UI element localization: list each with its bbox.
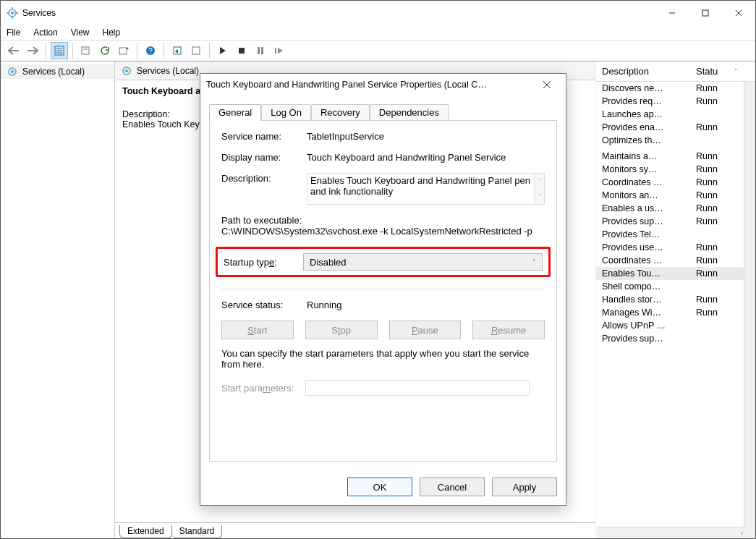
chevron-down-icon: ˅ xyxy=(532,258,536,266)
close-button[interactable] xyxy=(722,2,755,24)
properties-button-1[interactable] xyxy=(77,42,95,59)
maximize-button[interactable] xyxy=(689,2,722,24)
cell-status: Runn xyxy=(696,83,736,93)
left-tree: Services (Local) xyxy=(1,61,115,538)
center-tabs: Extended Standard xyxy=(115,522,595,538)
dialog-title: Touch Keyboard and Handwriting Panel Ser… xyxy=(206,80,534,90)
display-name-label: Display name: xyxy=(221,152,307,163)
list-item[interactable]: Handles stor…Runn xyxy=(596,293,755,306)
cell-status xyxy=(696,334,736,344)
list-item[interactable]: Enables Tou…Runn xyxy=(596,267,755,280)
tree-item-services-local[interactable]: Services (Local) xyxy=(1,64,114,79)
nav-forward-button[interactable] xyxy=(24,42,41,59)
path-label: Path to executable: xyxy=(221,215,545,226)
startup-type-select[interactable]: Disabled ˅ xyxy=(303,253,543,271)
cell-description: Enables a us… xyxy=(602,203,696,213)
list-item[interactable]: Monitors sy…Runn xyxy=(596,163,755,176)
horizontal-scrollbar[interactable]: › xyxy=(597,527,744,538)
list-item[interactable]: Provides sup… xyxy=(596,332,755,345)
list-item[interactable]: Provides use…Runn xyxy=(596,241,755,254)
list-item[interactable]: Shell compo… xyxy=(596,280,755,293)
list-item[interactable]: Provides req…Runn xyxy=(596,95,755,108)
cell-status xyxy=(696,229,736,239)
tab-recovery[interactable]: Recovery xyxy=(311,104,370,121)
list-item[interactable]: Provides sup…Runn xyxy=(596,215,755,228)
list-item[interactable]: Provides ena…Runn xyxy=(596,121,755,134)
cell-status xyxy=(696,109,736,119)
list-item[interactable]: Coordinates …Runn xyxy=(596,254,755,267)
list-item[interactable]: Discovers ne…Runn xyxy=(596,82,755,95)
menu-action[interactable]: Action xyxy=(33,27,57,38)
right-list-rows: Discovers ne…RunnProvides req…RunnLaunch… xyxy=(596,82,755,538)
export-button[interactable] xyxy=(115,42,132,59)
dialog-close-button[interactable] xyxy=(534,75,560,95)
menu-view[interactable]: View xyxy=(71,27,90,38)
scroll-up-icon[interactable]: ˄ xyxy=(730,61,742,81)
right-list-header: Description Statu ˄ xyxy=(596,61,755,82)
cancel-button[interactable]: Cancel xyxy=(420,478,485,496)
tab-standard[interactable]: Standard xyxy=(172,525,223,538)
list-item[interactable]: Enables a us…Runn xyxy=(596,202,755,215)
stop-button[interactable]: Stop xyxy=(305,321,378,339)
cell-description: Enables Tou… xyxy=(602,268,696,279)
center-header-label: Services (Local) xyxy=(137,66,199,76)
vertical-scrollbar[interactable]: › xyxy=(744,82,755,538)
cell-status xyxy=(696,281,736,292)
minimize-button[interactable] xyxy=(655,2,689,24)
cell-description: Shell compo… xyxy=(602,281,696,292)
stop-service-button[interactable] xyxy=(233,42,250,59)
tab-general[interactable]: General xyxy=(209,104,261,121)
list-item[interactable]: Provides Tel… xyxy=(596,228,755,241)
list-item[interactable]: Launches ap… xyxy=(596,108,755,121)
list-item[interactable]: Allows UPnP … xyxy=(596,319,755,332)
cell-status xyxy=(696,135,736,145)
apply-button[interactable]: Apply xyxy=(492,478,557,496)
list-item[interactable]: Coordinates …Runn xyxy=(596,176,755,189)
show-hide-tree-button[interactable] xyxy=(51,42,68,59)
menu-file[interactable]: File xyxy=(7,27,20,38)
refresh-button[interactable] xyxy=(96,42,114,59)
path-value: C:\WINDOWS\System32\svchost.exe -k Local… xyxy=(221,226,545,237)
properties-button-2[interactable] xyxy=(169,42,186,59)
start-parameters-input[interactable] xyxy=(305,380,530,396)
tab-dependencies[interactable]: Dependencies xyxy=(370,104,449,121)
restart-service-button[interactable] xyxy=(271,42,288,59)
cell-description: Coordinates … xyxy=(602,255,696,266)
pause-service-button[interactable] xyxy=(252,42,269,59)
display-name-value: Touch Keyboard and Handwriting Panel Ser… xyxy=(307,152,545,163)
resume-button[interactable]: Resume xyxy=(472,321,545,339)
properties-button-3[interactable] xyxy=(187,42,205,59)
svg-point-26 xyxy=(11,70,14,73)
menu-help[interactable]: Help xyxy=(103,27,121,38)
ok-button[interactable]: OK xyxy=(347,478,412,496)
dialog-tabs: General Log On Recovery Dependencies xyxy=(209,101,557,120)
cell-description: Provides use… xyxy=(602,242,696,252)
list-item[interactable]: Monitors an…Runn xyxy=(596,189,755,202)
cell-description: Provides sup… xyxy=(602,216,696,226)
start-button[interactable]: Start xyxy=(221,321,294,339)
cell-status: Runn xyxy=(696,122,736,132)
service-name-value: TabletInputService xyxy=(307,131,545,142)
dialog-titlebar: Touch Keyboard and Handwriting Panel Ser… xyxy=(200,74,566,96)
chevron-down-icon[interactable]: ˅ xyxy=(535,189,544,204)
tab-extended[interactable]: Extended xyxy=(119,525,172,538)
cell-status: Runn xyxy=(696,151,736,161)
pause-button[interactable]: Pause xyxy=(389,321,462,339)
help-button[interactable]: ? xyxy=(142,42,159,59)
tab-log-on[interactable]: Log On xyxy=(261,104,311,121)
cell-description: Monitors an… xyxy=(602,190,696,200)
cell-status: Runn xyxy=(696,294,736,305)
cell-status: Runn xyxy=(696,177,736,187)
start-service-button[interactable] xyxy=(214,42,232,59)
tab-general-page: Service name: TabletInputService Display… xyxy=(209,120,557,462)
nav-back-button[interactable] xyxy=(5,42,22,59)
start-parameters-hint: You can specify the start parameters tha… xyxy=(221,348,545,370)
list-item[interactable]: Maintains a…Runn xyxy=(596,150,755,163)
column-status[interactable]: Statu xyxy=(690,61,730,81)
chevron-up-icon[interactable]: ˄ xyxy=(535,174,544,189)
column-description[interactable]: Description xyxy=(596,61,690,81)
cell-description: Provides req… xyxy=(602,96,696,106)
list-item[interactable]: Optimizes th… xyxy=(596,134,755,147)
gear-icon xyxy=(121,65,132,77)
list-item[interactable]: Manages Wi…Runn xyxy=(596,306,755,319)
